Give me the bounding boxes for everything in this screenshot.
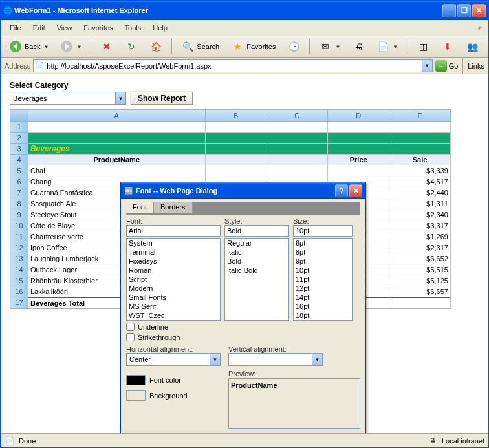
col-header-A[interactable]: A: [28, 110, 206, 122]
list-item[interactable]: 16pt: [294, 302, 352, 311]
col-header-D[interactable]: D: [328, 110, 389, 122]
cell[interactable]: ProductName: [28, 155, 206, 165]
row-header[interactable]: 6: [10, 176, 28, 187]
go-button[interactable]: → Go: [435, 60, 459, 72]
menu-file[interactable]: File: [5, 23, 27, 33]
row-header[interactable]: 3: [10, 144, 28, 155]
col-header-E[interactable]: E: [389, 110, 451, 122]
print-button[interactable]: 🖨: [347, 37, 369, 56]
extra1-button[interactable]: ◫: [412, 37, 434, 56]
list-item[interactable]: 10pt: [294, 266, 352, 275]
list-item[interactable]: Roman: [127, 266, 220, 275]
show-report-button[interactable]: Show Report: [130, 91, 193, 105]
size-listbox[interactable]: 6pt8pt9pt10pt11pt12pt14pt16pt18pt: [293, 238, 353, 321]
menu-help[interactable]: Help: [147, 23, 173, 33]
cell[interactable]: [389, 297, 451, 308]
font-input[interactable]: [126, 225, 221, 237]
row-header[interactable]: 13: [10, 253, 28, 264]
valign-select[interactable]: ▼: [228, 353, 323, 366]
chevron-down-icon[interactable]: ▼: [115, 92, 125, 104]
size-input[interactable]: [293, 225, 353, 237]
list-item[interactable]: MS Serif: [127, 302, 220, 311]
refresh-button[interactable]: ↻: [120, 37, 142, 56]
messenger-button[interactable]: 👥: [461, 37, 483, 56]
dialog-close-button[interactable]: ✕: [349, 184, 362, 197]
row-header[interactable]: 11: [10, 231, 28, 242]
history-button[interactable]: 🕑: [283, 37, 305, 56]
cell[interactable]: $5,515: [389, 264, 451, 275]
back-button[interactable]: Back ▼: [5, 37, 53, 56]
edit-button[interactable]: 📄▼: [372, 37, 402, 56]
row-header[interactable]: 7: [10, 187, 28, 198]
row-header[interactable]: 15: [10, 275, 28, 286]
links-label[interactable]: Links: [468, 62, 484, 70]
cell[interactable]: [266, 155, 328, 165]
cell[interactable]: $6,652: [389, 253, 451, 264]
cell[interactable]: [206, 133, 267, 144]
chevron-down-icon[interactable]: ▼: [210, 354, 220, 365]
font-listbox[interactable]: SystemTerminalFixedsysRomanScriptModernS…: [126, 238, 221, 321]
menu-view[interactable]: View: [52, 23, 78, 33]
list-item[interactable]: Fixedsys: [127, 257, 220, 266]
style-input[interactable]: [224, 225, 289, 237]
list-item[interactable]: Terminal: [127, 248, 220, 257]
home-button[interactable]: 🏠: [145, 37, 167, 56]
bgcolor-swatch[interactable]: [126, 390, 146, 401]
cell[interactable]: [389, 144, 451, 155]
list-item[interactable]: Small Fonts: [127, 293, 220, 302]
row-header[interactable]: 4: [10, 155, 28, 165]
menu-favorites[interactable]: Favorites: [78, 23, 118, 33]
row-header[interactable]: 8: [10, 198, 28, 209]
cell[interactable]: [28, 122, 206, 133]
help-button[interactable]: ?: [335, 184, 348, 197]
cell[interactable]: $5,125: [389, 275, 451, 286]
list-item[interactable]: 12pt: [294, 284, 352, 293]
stop-button[interactable]: ✖: [96, 37, 118, 56]
cell[interactable]: [266, 144, 328, 155]
cell[interactable]: [206, 122, 267, 133]
cell[interactable]: $3,339: [389, 165, 451, 176]
fontcolor-swatch[interactable]: [126, 375, 146, 385]
forward-button[interactable]: ▼: [56, 37, 86, 56]
row-header[interactable]: 12: [10, 242, 28, 253]
cell[interactable]: [328, 165, 389, 176]
list-item[interactable]: 11pt: [294, 275, 352, 284]
cell[interactable]: $2,317: [389, 242, 451, 253]
chevron-down-icon[interactable]: ▼: [312, 354, 322, 365]
address-input[interactable]: [45, 62, 421, 70]
menu-edit[interactable]: Edit: [28, 23, 50, 33]
cell[interactable]: Beverages: [28, 144, 206, 155]
minimize-button[interactable]: _: [442, 4, 456, 17]
underline-checkbox[interactable]: [126, 323, 135, 331]
list-item[interactable]: Bold: [225, 257, 288, 266]
tab-borders[interactable]: Borders: [154, 202, 193, 213]
cell[interactable]: [389, 133, 451, 144]
cell[interactable]: $6,657: [389, 286, 451, 297]
chevron-down-icon[interactable]: ▼: [422, 60, 432, 72]
favorites-button[interactable]: ★Favorites: [226, 37, 280, 56]
cell[interactable]: [328, 122, 389, 133]
cell[interactable]: [328, 144, 389, 155]
tab-font[interactable]: Font: [126, 202, 154, 213]
row-header[interactable]: 16: [10, 286, 28, 297]
category-select[interactable]: Beverages ▼: [10, 92, 126, 105]
strikethrough-checkbox[interactable]: [126, 333, 135, 341]
list-item[interactable]: 9pt: [294, 257, 352, 266]
cell[interactable]: [206, 165, 267, 176]
mail-button[interactable]: ✉▼: [314, 37, 345, 56]
cell[interactable]: Chai: [28, 165, 206, 176]
cell[interactable]: $2,340: [389, 209, 451, 220]
cell[interactable]: [328, 133, 389, 144]
close-button[interactable]: ✕: [472, 4, 486, 17]
dialog-titlebar[interactable]: 🔤 Font -- Web Page Dialog ? ✕: [121, 182, 365, 199]
cell[interactable]: $1,269: [389, 231, 451, 242]
search-button[interactable]: 🔍Search: [177, 37, 224, 56]
cell[interactable]: [206, 155, 267, 165]
cell[interactable]: Price: [328, 155, 389, 165]
col-header-C[interactable]: C: [266, 110, 328, 122]
cell[interactable]: $4,517: [389, 176, 451, 187]
list-item[interactable]: System: [127, 239, 220, 248]
cell[interactable]: [389, 122, 451, 133]
address-combo[interactable]: 📄 ▼: [33, 59, 432, 72]
list-item[interactable]: 18pt: [294, 311, 352, 320]
